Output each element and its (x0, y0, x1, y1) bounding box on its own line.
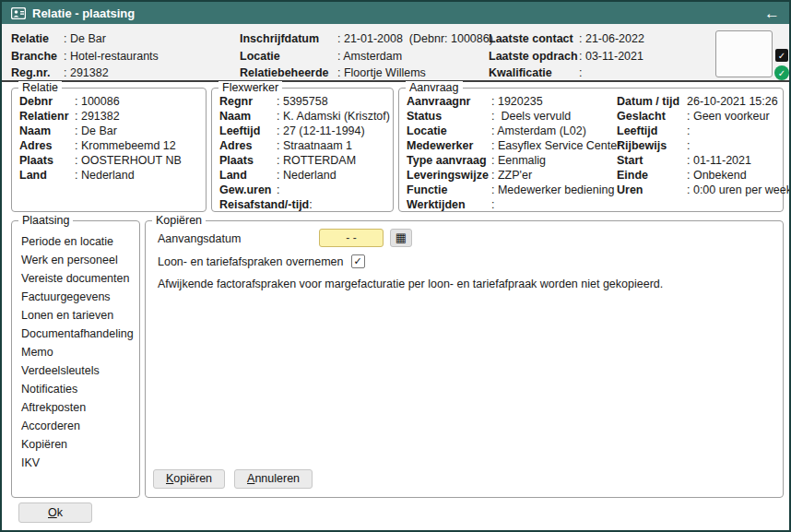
header-column-inschrijving: Inschrijfdatum: 21-01-2008 (Debnr: 10008… (240, 30, 493, 82)
contact-card-icon (11, 7, 26, 19)
menu-item-vereiste-documenten[interactable]: Vereiste documenten (12, 269, 139, 288)
field-plaats: Plaats: ROTTERDAM (219, 153, 393, 168)
header-field-laatste-opdracht: Laatste opdrach: 03-11-2021 (489, 48, 644, 65)
field-uren: Uren: 0:00 uren per week (617, 183, 791, 197)
field-einde: Einde: Onbekend (617, 168, 791, 183)
menu-item-accorderen[interactable]: Accorderen (12, 417, 139, 435)
check-icon: ✓ (778, 51, 785, 61)
flexwerker-panel: Flexwerker Regnr: 5395758 Naam: K. Adams… (211, 88, 394, 212)
calendar-picker-button[interactable]: ▦ (390, 229, 412, 247)
kopieren-panel: Kopiëren Aanvangsdatum ▦ Loon- en tarief… (145, 220, 784, 498)
menu-item-verdeelsleutels[interactable]: Verdeelsleutels (12, 361, 139, 380)
photo-placeholder (715, 30, 773, 77)
header-field-branche: Branche: Hotel-restaurants (11, 48, 159, 65)
header-field-laatste-contact: Laatste contact: 21-06-2022 (489, 30, 644, 48)
relatie-plaatsing-window: Relatie - plaatsing ← Relatie: De Bar Br… (0, 0, 791, 532)
plaatsing-legend: Plaatsing (18, 214, 73, 227)
check-icon: ✓ (353, 255, 361, 267)
field-leeftijd: Leeftijd: 27 (12-11-1994) (219, 124, 393, 138)
field-werktijden: Werktijden: (407, 197, 783, 212)
header-field-kwalificatie: Kwalificatie: (489, 65, 644, 82)
plaatsing-panel: Plaatsing Periode en locatie Werk en per… (11, 220, 140, 498)
field-reisafstand: Reisafstand/-tijd: (219, 197, 393, 212)
field-plaats: Plaats: OOSTERHOUT NB (19, 153, 206, 168)
field-naam: Naam: K. Adamski (Krisztof) (219, 109, 393, 124)
field-adres: Adres: Straatnaam 1 (219, 138, 393, 153)
field-start: Start: 01-11-2021 (617, 153, 791, 168)
menu-item-memo[interactable]: Memo (12, 343, 139, 361)
header-column-relatie: Relatie: De Bar Branche: Hotel-restauran… (11, 30, 159, 82)
overnemen-checkbox[interactable]: ✓ (351, 254, 365, 268)
menu-item-factuurgegevens[interactable]: Factuurgegevens (12, 288, 139, 306)
field-rijbewijs: Rijbewijs: (617, 138, 791, 153)
field-geslacht: Geslacht: Geen voorkeur (617, 109, 791, 124)
flexwerker-body: Regnr: 5395758 Naam: K. Adamski (Kriszto… (212, 89, 393, 212)
field-adres: Adres: Krommebeemd 12 (19, 138, 206, 153)
menu-item-ikv[interactable]: IKV (12, 454, 139, 472)
annuleren-button[interactable]: Annuleren (234, 469, 313, 489)
field-relatienr: Relatienr: 291382 (19, 109, 206, 124)
relation-summary-header: Relatie: De Bar Branche: Hotel-restauran… (2, 24, 789, 82)
kopieren-button-row: Kopiëren Annuleren (153, 469, 313, 489)
header-field-relatie: Relatie: De Bar (11, 30, 159, 48)
field-datum-tijd: Datum / tijd26-10-2021 15:26 (617, 94, 791, 109)
header-field-inschrijfdatum: Inschrijfdatum: 21-01-2008 (Debnr: 10008… (240, 30, 493, 48)
kopieren-button[interactable]: Kopiëren (153, 469, 225, 489)
titlebar: Relatie - plaatsing ← (2, 2, 789, 24)
menu-item-documentafhandeling[interactable]: Documentafhandeling (12, 325, 139, 343)
header-field-relatiebeheerder: Relatiebeheerde: Floortje Willems (240, 65, 493, 82)
window-title: Relatie - plaatsing (32, 6, 135, 20)
relatie-body: Debnr: 100086 Relatienr: 291382 Naam: De… (12, 89, 206, 183)
menu-item-kopieren[interactable]: Kopiëren (12, 435, 139, 454)
header-checkbox[interactable]: ✓ (775, 49, 788, 62)
kopieren-body: Aanvangsdatum ▦ Loon- en tariefafspraken… (146, 221, 783, 497)
field-regnr: Regnr: 5395758 (219, 94, 393, 109)
overnemen-row: Loon- en tariefafspraken overnemen ✓ (158, 254, 365, 268)
aanvangsdatum-input[interactable] (319, 229, 384, 247)
menu-item-aftrekposten[interactable]: Aftrekposten (12, 398, 139, 417)
back-arrow-icon[interactable]: ← (764, 6, 780, 21)
menu-item-werk-en-personeel[interactable]: Werk en personeel (12, 251, 139, 269)
relatie-panel: Relatie Debnr: 100086 Relatienr: 291382 … (11, 88, 207, 212)
header-field-regnr: Reg.nr.: 291382 (11, 65, 159, 82)
header-field-locatie: Locatie: Amsterdam (240, 48, 493, 65)
field-debnr: Debnr: 100086 (19, 94, 206, 109)
field-land: Land: Nederland (19, 168, 206, 183)
calendar-icon: ▦ (396, 231, 407, 244)
aanvraag-right-column: Datum / tijd26-10-2021 15:26 Geslacht: G… (617, 94, 791, 197)
header-column-laatste: Laatste contact: 21-06-2022 Laatste opdr… (489, 30, 644, 82)
field-gew-uren: Gew.uren: (219, 183, 393, 197)
field-leeftijd: Leeftijd: (617, 124, 791, 138)
aanvraag-body: Aanvraagnr: 1920235 Status: Deels vervul… (399, 89, 783, 212)
ok-button[interactable]: Ok (18, 502, 92, 523)
field-naam: Naam: De Bar (19, 124, 206, 138)
aanvraag-panel: Aanvraag Aanvraagnr: 1920235 Status: Dee… (398, 88, 784, 212)
overnemen-label: Loon- en tariefafspraken overnemen (158, 255, 344, 268)
aanvangsdatum-label: Aanvangsdatum (158, 232, 241, 245)
field-land: Land: Nederland (219, 168, 393, 183)
check-icon: ✓ (778, 68, 785, 78)
copy-note: Afwijkende factorafspraken voor margefac… (158, 278, 663, 290)
menu-item-lonen-en-tarieven[interactable]: Lonen en tarieven (12, 306, 139, 325)
menu-item-periode-en-locatie[interactable]: Periode en locatie (12, 232, 139, 251)
status-ok-badge: ✓ (774, 65, 789, 80)
plaatsing-menu: Periode en locatie Werk en personeel Ver… (12, 221, 139, 472)
menu-item-notificaties[interactable]: Notificaties (12, 380, 139, 398)
